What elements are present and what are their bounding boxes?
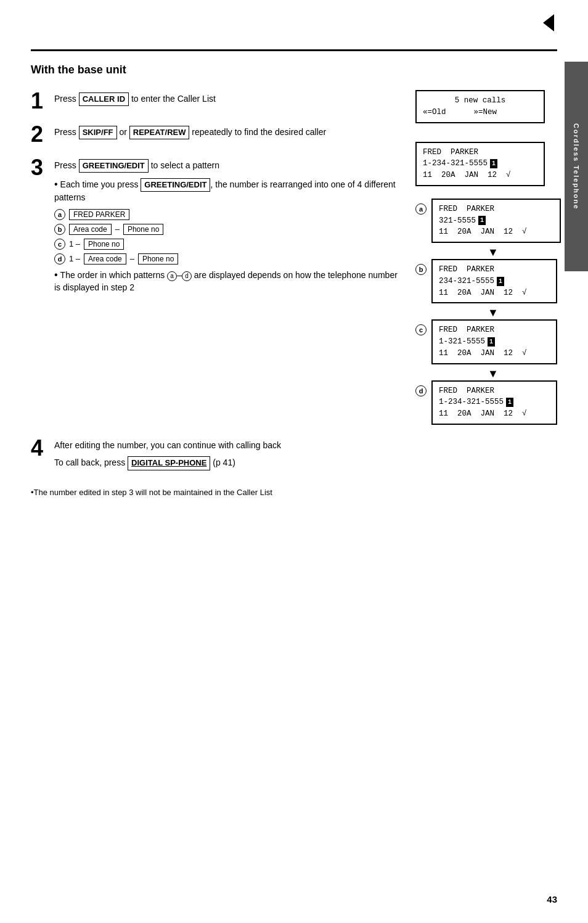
pattern-a-phone-no: FRED PARKER — [69, 209, 129, 220]
step-3-bullet-2: •The order in which patterns a–d are dis… — [54, 268, 403, 294]
display-b: FRED PARKER 234-321-5555 1 11 20A JAN 12… — [431, 259, 557, 303]
top-rule — [31, 49, 557, 51]
display-c-badge: 1 — [488, 337, 495, 347]
skip-ff-button-label: SKIP/FF — [79, 126, 117, 139]
display-a: FRED PARKER 321-5555 1 11 20A JAN 12 √ — [431, 199, 561, 243]
page: With the base unit 1 Press CALLER ID to … — [0, 0, 588, 923]
step-1: 1 Press CALLER ID to enter the Caller Li… — [31, 90, 403, 112]
display-c-date-val: 11 20A JAN 12 √ — [439, 348, 527, 359]
step-2: 2 Press SKIP/FF or REPEAT/REW repeatedly… — [31, 123, 403, 146]
display-a-wrapper: FRED PARKER 321-5555 1 11 20A JAN 12 √ — [431, 199, 561, 243]
pattern-c: c 1 – Phone no — [54, 239, 403, 250]
pattern-list: a FRED PARKER b Area code – Phone no c 1… — [54, 209, 403, 265]
digital-sp-phone-button-label: DIGITAL SP-PHONE — [128, 456, 210, 470]
top-arrow-icon — [543, 14, 554, 31]
step-3-text: Press GREETING/EDIT to select a pattern — [54, 159, 403, 173]
display-line-1: 5 new calls — [423, 95, 537, 107]
pattern-c-prefix: 1 – — [69, 239, 80, 248]
display-d-num: 1-234-321-5555 — [439, 396, 504, 408]
step-3-content: Press GREETING/EDIT to select a pattern … — [54, 157, 403, 299]
display-b-fred-parker: FRED PARKER — [439, 264, 494, 276]
display-date-1: 11 20A JAN 12 √ — [423, 170, 511, 181]
section-title: With the base unit — [31, 64, 557, 76]
display-c-date: 11 20A JAN 12 √ — [439, 348, 550, 359]
step-1-content: Press CALLER ID to enter the Caller List — [54, 90, 403, 111]
caller-id-button-label: CALLER ID — [79, 92, 129, 106]
display-step2-date: 11 20A JAN 12 √ — [423, 170, 537, 181]
right-column: 5 new calls «=Old »=New FRED PARKER 1-23… — [415, 90, 557, 427]
display-a-date: 11 20A JAN 12 √ — [439, 226, 553, 238]
footer-note: •The number edited in step 3 will not be… — [31, 488, 557, 497]
display-row-a: a FRED PARKER 321-5555 1 11 20A JAN 12 √ — [415, 199, 557, 243]
display-badge-1: 1 — [490, 159, 497, 168]
display-line-2: «=Old »=New — [423, 107, 537, 118]
pattern-c-phone-no: Phone no — [84, 239, 124, 250]
display-b-name: FRED PARKER — [439, 264, 550, 276]
step-4: 4 After editing the number, you can cont… — [31, 437, 557, 475]
display-new-calls: 5 new calls — [455, 95, 506, 107]
display-b-badge: 1 — [497, 277, 504, 286]
display-row-d: d FRED PARKER 1-234-321-5555 1 11 20A JA… — [415, 380, 557, 425]
step-2-display: FRED PARKER 1-234-321-5555 1 11 20A JAN … — [415, 142, 545, 186]
display-b-number: 234-321-5555 1 — [439, 276, 550, 287]
pattern-d-prefix: 1 – — [69, 254, 80, 263]
pattern-d-letter: d — [54, 253, 65, 265]
display-a-num: 321-5555 — [439, 215, 476, 227]
display-d-name: FRED PARKER — [439, 385, 550, 397]
pattern-d: d 1 – Area code – Phone no — [54, 253, 403, 265]
pattern-b-letter: b — [54, 224, 65, 235]
step-1-display: 5 new calls «=Old »=New — [415, 90, 545, 123]
step-2-text: Press SKIP/FF or REPEAT/REW repeatedly t… — [54, 126, 403, 139]
step-3: 3 Press GREETING/EDIT to select a patter… — [31, 157, 403, 299]
pattern-a-letter: a — [54, 209, 65, 220]
display-d-badge: 1 — [506, 398, 513, 407]
pattern-b-area-code: Area code — [69, 224, 112, 235]
display-a-number: 321-5555 1 — [439, 215, 553, 227]
display-d: FRED PARKER 1-234-321-5555 1 11 20A JAN … — [431, 380, 557, 425]
side-label-text: Cordless Telephone — [573, 123, 580, 210]
pattern-b-phone-no: Phone no — [123, 224, 163, 235]
arrow-down-1: ▼ — [429, 247, 557, 258]
display-fred-parker-1: FRED PARKER — [423, 147, 478, 158]
display-step2-name: FRED PARKER — [423, 147, 537, 158]
pattern-d-area-code: Area code — [84, 253, 126, 265]
pattern-b: b Area code – Phone no — [54, 224, 403, 235]
repeat-rew-button-label: REPEAT/REW — [129, 126, 190, 139]
display-d-fred-parker: FRED PARKER — [439, 385, 494, 397]
step-2-content: Press SKIP/FF or REPEAT/REW repeatedly t… — [54, 123, 403, 144]
display-c: FRED PARKER 1-321-5555 1 11 20A JAN 12 √ — [431, 319, 557, 364]
display-d-date-val: 11 20A JAN 12 √ — [439, 408, 527, 420]
pattern-c-letter: c — [54, 239, 65, 250]
display-c-num: 1-321-5555 — [439, 336, 485, 348]
step-4-line1: After editing the number, you can contin… — [54, 440, 557, 452]
step-4-line2: To call back, press DIGITAL SP-PHONE (p … — [54, 456, 557, 470]
display-step2-number: 1-234-321-5555 1 — [423, 158, 537, 170]
display-d-letter: d — [415, 385, 427, 396]
step-4-number: 4 — [31, 437, 48, 459]
display-b-num: 234-321-5555 — [439, 276, 494, 287]
step-2-number: 2 — [31, 123, 48, 146]
display-row-c: c FRED PARKER 1-321-5555 1 11 20A JAN 12… — [415, 319, 557, 364]
display-b-date-val: 11 20A JAN 12 √ — [439, 287, 527, 299]
display-b-date: 11 20A JAN 12 √ — [439, 287, 550, 299]
step-3-number: 3 — [31, 157, 48, 179]
display-d-number: 1-234-321-5555 1 — [439, 396, 550, 408]
display-row-b: b FRED PARKER 234-321-5555 1 11 20A JAN … — [415, 259, 557, 303]
display-a-fred-parker: FRED PARKER — [439, 203, 494, 215]
arrow-down-3: ▼ — [429, 368, 557, 379]
main-layout: 1 Press CALLER ID to enter the Caller Li… — [31, 90, 557, 427]
display-a-letter: a — [415, 203, 427, 215]
pattern-d-phone-no: Phone no — [138, 253, 178, 265]
step-3-bullet-1: •Each time you press GREETING/EDIT, the … — [54, 178, 403, 204]
display-b-letter: b — [415, 264, 427, 275]
step-1-text: Press CALLER ID to enter the Caller List — [54, 92, 403, 106]
greeting-edit-inline-label: GREETING/EDIT — [141, 178, 210, 192]
display-c-number: 1-321-5555 1 — [439, 336, 550, 348]
display-a-badge: 1 — [478, 216, 486, 225]
display-a-date-val: 11 20A JAN 12 √ — [439, 226, 527, 238]
display-c-name: FRED PARKER — [439, 324, 550, 336]
arrow-down-2: ▼ — [429, 307, 557, 318]
step-4-content: After editing the number, you can contin… — [54, 437, 557, 475]
pattern-d-dash: – — [130, 254, 134, 263]
display-old-new: «=Old »=New — [423, 107, 497, 118]
